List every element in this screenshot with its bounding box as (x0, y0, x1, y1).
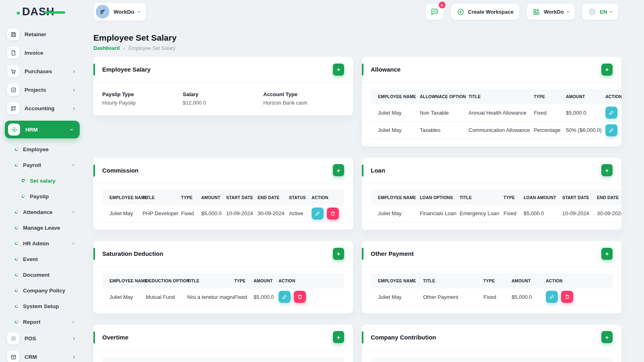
sidebar-item-hrm[interactable]: HRM › (5, 121, 80, 138)
loan-table: Employee Name Loan Options Title Type Lo… (371, 190, 621, 223)
chevron-right-icon: › (73, 105, 75, 111)
app-root: DASH WorkDo › 0 (0, 0, 644, 362)
brand-logo[interactable]: DASH (22, 6, 55, 18)
workspace-selector[interactable]: WorkDo › (94, 3, 146, 21)
add-overtime-button[interactable]: + (333, 331, 344, 343)
trash-icon (564, 294, 570, 300)
chevron-down-icon: › (609, 11, 615, 13)
chevron-right-icon: › (72, 319, 74, 324)
loan-card: Loan + Employee Name Loan Options Title … (362, 158, 621, 230)
circle-plus-icon (457, 8, 464, 16)
main-content: Employee Set Salary Dashboard › Employee… (85, 23, 644, 362)
logo-bar (44, 11, 65, 14)
bullet-icon (15, 289, 18, 292)
employee-salary-body: Payslip Type Hourly Payslip Salary $12,0… (93, 82, 353, 115)
trash-icon (297, 294, 303, 300)
pencil-icon (609, 128, 614, 133)
card-header: Loan + (362, 158, 621, 183)
bullet-icon (15, 273, 18, 276)
company-contribution-body (362, 350, 621, 362)
breadcrumb: Dashboard › Employee Set Salary (93, 45, 621, 51)
add-saturation-deduction-button[interactable]: + (333, 248, 344, 260)
check-square-icon (7, 84, 19, 96)
delete-button[interactable] (294, 291, 306, 303)
sidebar-item-payslip[interactable]: Payslip (0, 191, 85, 202)
add-company-contribution-button[interactable]: + (601, 331, 613, 343)
card-header: Other Payment + (362, 241, 621, 267)
topbar: DASH WorkDo › 0 (0, 0, 644, 23)
chevron-down-icon: › (70, 129, 75, 131)
language-label: EN (600, 9, 607, 15)
page-title: Employee Set Salary (93, 33, 621, 43)
edit-button[interactable] (312, 208, 324, 220)
edit-button[interactable] (546, 291, 558, 303)
messages-button[interactable]: 0 (426, 4, 444, 20)
hrm-icon (8, 123, 20, 136)
add-employee-salary-button[interactable]: + (333, 64, 344, 76)
sidebar-item-manage-leave[interactable]: Manage Leave (0, 222, 85, 233)
grid-icon (7, 102, 19, 114)
allowance-card: Allowance + Employee Name Allownace Opti… (362, 57, 621, 146)
bullet-icon (15, 148, 18, 151)
edit-button[interactable] (279, 291, 291, 303)
add-allowance-button[interactable]: + (601, 64, 613, 76)
chevron-right-icon: › (73, 68, 75, 74)
language-button[interactable]: EN › (582, 4, 618, 20)
sidebar-item-report[interactable]: Report › (0, 317, 85, 327)
app-switcher-button[interactable]: WorkDo › (527, 4, 575, 20)
bullet-icon (22, 195, 25, 198)
overtime-body (93, 350, 353, 362)
workspace-name: WorkDo (114, 9, 134, 15)
delete-button[interactable] (327, 208, 339, 220)
sidebar-item-event[interactable]: Event (0, 254, 85, 264)
browser-icon (7, 351, 19, 362)
sidebar-item-crm[interactable]: CRM › (0, 351, 85, 362)
sidebar-item-system-setup[interactable]: System Setup (0, 301, 85, 311)
topbar-actions: 0 Create Workspace WorkDo › EN (426, 4, 618, 20)
chevron-down-icon: › (136, 11, 142, 13)
card-header: Employee Salary + (93, 57, 353, 82)
create-workspace-button[interactable]: Create Workspace (451, 4, 519, 20)
cards-grid: Employee Salary + Payslip Type Hourly Pa… (93, 57, 621, 362)
sidebar-item-employee[interactable]: Employee (0, 144, 85, 154)
table-row: Juliet May Non Taxable Annual Health All… (371, 104, 621, 121)
add-other-payment-button[interactable]: + (601, 248, 613, 260)
chat-icon (430, 8, 439, 16)
commission-table: Employee Name Title Type Amount Start Da… (102, 190, 344, 223)
logo-wrap: DASH (0, 6, 85, 18)
bullet-icon (15, 210, 18, 214)
sidebar-item-pos[interactable]: POS › (0, 332, 85, 344)
field-payslip-type: Payslip Type Hourly Payslip (102, 91, 183, 106)
edit-button[interactable] (605, 107, 617, 119)
sidebar-item-document[interactable]: Document (0, 269, 85, 280)
chevron-right-icon: › (73, 87, 75, 93)
sidebar-item-projects[interactable]: Projects › (0, 84, 85, 96)
sidebar-item-company-policy[interactable]: Company Policy (0, 285, 85, 296)
floppy-icon (7, 28, 19, 40)
sidebar-item-payroll[interactable]: Payroll › (0, 160, 85, 170)
other-payment-card: Other Payment + Employee Name Title Type… (362, 241, 621, 313)
edit-button[interactable] (605, 124, 617, 136)
sidebar-item-hr-admin[interactable]: HR Admin › (0, 238, 85, 249)
sidebar-item-attendance[interactable]: Attendance › (0, 207, 85, 217)
workspace-avatar (96, 5, 109, 19)
saturation-deduction-body: Employee Name Deduction Option Title Typ… (93, 267, 353, 313)
chevron-down-icon: › (566, 11, 571, 13)
breadcrumb-separator-icon: › (123, 45, 125, 51)
sidebar-item-retainer[interactable]: Retainer (0, 28, 85, 40)
allowance-table: Employee Name Allownace Option Title Typ… (371, 89, 621, 139)
add-loan-button[interactable]: + (601, 164, 613, 176)
building-icon (99, 8, 106, 15)
sidebar-item-purchases[interactable]: Purchases › (0, 65, 85, 77)
field-account-type: Account Type Horizon Bank cash (263, 91, 344, 106)
grid-plus-icon (533, 8, 540, 16)
sidebar-item-invoice[interactable]: Invoice (0, 47, 85, 59)
breadcrumb-dashboard-link[interactable]: Dashboard (93, 45, 120, 51)
other-payment-table: Employee Name Title Type Amount Action J… (371, 273, 613, 306)
add-commission-button[interactable]: + (333, 164, 344, 176)
breadcrumb-current: Employee Set Salary (128, 45, 175, 51)
overtime-card: Overtime + (93, 325, 353, 362)
sidebar-item-set-salary[interactable]: Set salary (0, 175, 85, 186)
delete-button[interactable] (561, 291, 573, 303)
sidebar-item-accounting[interactable]: Accounting › (0, 102, 85, 114)
